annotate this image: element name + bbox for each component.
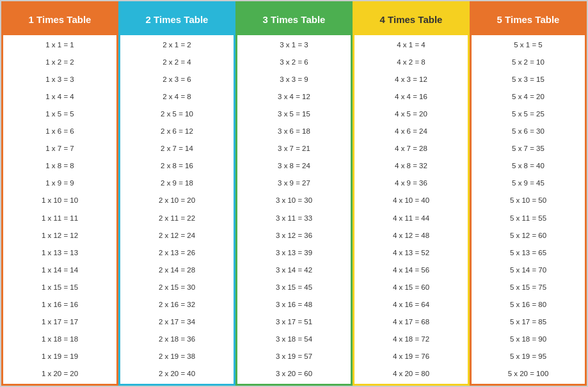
column-1: 1 Times Table1 x 1 = 11 x 2 = 21 x 3 = 3… [1, 1, 118, 386]
table-row: 4 x 7 = 28 [354, 144, 468, 154]
header-2: 2 Times Table [120, 3, 234, 35]
table-row: 5 x 8 = 40 [472, 161, 585, 171]
table-row: 1 x 6 = 6 [3, 127, 116, 136]
table-row: 5 x 4 = 20 [472, 92, 585, 102]
table-row: 5 x 11 = 55 [472, 214, 585, 223]
table-row: 4 x 18 = 72 [354, 335, 468, 344]
table-row: 5 x 19 = 95 [472, 352, 585, 361]
times-tables-container: 1 Times Table1 x 1 = 11 x 2 = 21 x 3 = 3… [0, 0, 588, 387]
table-row: 3 x 8 = 24 [237, 161, 351, 171]
table-row: 5 x 20 = 100 [472, 369, 585, 379]
table-row: 5 x 16 = 80 [472, 300, 585, 310]
table-row: 2 x 10 = 20 [120, 196, 234, 205]
table-row: 2 x 19 = 38 [120, 352, 234, 361]
table-row: 2 x 11 = 22 [120, 214, 234, 223]
table-row: 4 x 10 = 40 [354, 196, 468, 205]
table-body-1: 1 x 1 = 11 x 2 = 21 x 3 = 31 x 4 = 41 x … [3, 35, 116, 384]
table-row: 4 x 1 = 4 [354, 40, 468, 50]
table-row: 5 x 13 = 65 [472, 248, 585, 258]
header-3: 3 Times Table [237, 3, 351, 35]
table-row: 5 x 9 = 45 [472, 178, 585, 188]
table-row: 1 x 7 = 7 [3, 144, 116, 154]
table-row: 5 x 10 = 50 [472, 196, 585, 205]
table-row: 1 x 4 = 4 [3, 92, 116, 102]
table-row: 2 x 13 = 26 [120, 248, 234, 258]
table-row: 1 x 19 = 19 [3, 352, 116, 361]
table-row: 1 x 18 = 18 [3, 335, 116, 344]
table-row: 4 x 5 = 20 [354, 109, 468, 119]
table-row: 2 x 7 = 14 [120, 144, 234, 154]
table-row: 4 x 19 = 76 [354, 352, 468, 361]
table-row: 3 x 4 = 12 [237, 92, 351, 102]
table-row: 2 x 8 = 16 [120, 161, 234, 171]
table-row: 4 x 8 = 32 [354, 161, 468, 171]
table-row: 2 x 18 = 36 [120, 335, 234, 344]
header-5: 5 Times Table [472, 3, 585, 35]
table-body-5: 5 x 1 = 55 x 2 = 105 x 3 = 155 x 4 = 205… [472, 35, 585, 384]
table-row: 3 x 12 = 36 [237, 231, 351, 241]
table-row: 3 x 11 = 33 [237, 214, 351, 223]
table-row: 2 x 5 = 10 [120, 109, 234, 119]
table-row: 2 x 17 = 34 [120, 317, 234, 327]
table-row: 3 x 18 = 54 [237, 335, 351, 344]
table-row: 2 x 12 = 24 [120, 231, 234, 241]
table-row: 1 x 20 = 20 [3, 369, 116, 379]
table-row: 4 x 20 = 80 [354, 369, 468, 379]
table-row: 2 x 15 = 30 [120, 283, 234, 292]
table-body-2: 2 x 1 = 22 x 2 = 42 x 3 = 62 x 4 = 82 x … [120, 35, 234, 384]
table-row: 5 x 12 = 60 [472, 231, 585, 241]
table-row: 1 x 2 = 2 [3, 58, 116, 67]
table-row: 3 x 2 = 6 [237, 58, 351, 67]
table-row: 1 x 8 = 8 [3, 161, 116, 171]
table-row: 5 x 1 = 5 [472, 40, 585, 50]
table-row: 3 x 10 = 30 [237, 196, 351, 205]
table-row: 3 x 13 = 39 [237, 248, 351, 258]
table-row: 5 x 18 = 90 [472, 335, 585, 344]
table-row: 5 x 15 = 75 [472, 283, 585, 292]
table-row: 5 x 7 = 35 [472, 144, 585, 154]
table-row: 2 x 14 = 28 [120, 265, 234, 275]
table-row: 2 x 9 = 18 [120, 178, 234, 188]
table-row: 3 x 17 = 51 [237, 317, 351, 327]
table-row: 5 x 14 = 70 [472, 265, 585, 275]
table-row: 2 x 16 = 32 [120, 300, 234, 310]
column-5: 5 Times Table5 x 1 = 55 x 2 = 105 x 3 = … [470, 1, 587, 386]
table-row: 1 x 14 = 14 [3, 265, 116, 275]
table-row: 1 x 1 = 1 [3, 40, 116, 50]
table-row: 4 x 2 = 8 [354, 58, 468, 67]
column-4: 4 Times Table4 x 1 = 44 x 2 = 84 x 3 = 1… [353, 1, 470, 386]
table-row: 1 x 3 = 3 [3, 75, 116, 84]
table-row: 5 x 17 = 85 [472, 317, 585, 327]
table-row: 4 x 3 = 12 [354, 75, 468, 84]
table-body-3: 3 x 1 = 33 x 2 = 63 x 3 = 93 x 4 = 123 x… [237, 35, 351, 384]
table-row: 3 x 14 = 42 [237, 265, 351, 275]
table-row: 4 x 11 = 44 [354, 214, 468, 223]
table-row: 1 x 17 = 17 [3, 317, 116, 327]
table-row: 1 x 9 = 9 [3, 178, 116, 188]
column-2: 2 Times Table2 x 1 = 22 x 2 = 42 x 3 = 6… [118, 1, 235, 386]
table-row: 4 x 17 = 68 [354, 317, 468, 327]
table-row: 3 x 5 = 15 [237, 109, 351, 119]
table-row: 3 x 15 = 45 [237, 283, 351, 292]
table-row: 5 x 6 = 30 [472, 127, 585, 136]
table-row: 5 x 3 = 15 [472, 75, 585, 84]
table-row: 1 x 5 = 5 [3, 109, 116, 119]
table-row: 2 x 6 = 12 [120, 127, 234, 136]
table-row: 5 x 5 = 25 [472, 109, 585, 119]
table-row: 4 x 13 = 52 [354, 248, 468, 258]
table-row: 2 x 1 = 2 [120, 40, 234, 50]
table-row: 4 x 9 = 36 [354, 178, 468, 188]
table-body-4: 4 x 1 = 44 x 2 = 84 x 3 = 124 x 4 = 164 … [354, 35, 468, 384]
header-1: 1 Times Table [3, 3, 116, 35]
table-row: 3 x 16 = 48 [237, 300, 351, 310]
table-row: 3 x 3 = 9 [237, 75, 351, 84]
table-row: 2 x 4 = 8 [120, 92, 234, 102]
table-row: 1 x 13 = 13 [3, 248, 116, 258]
table-row: 4 x 12 = 48 [354, 231, 468, 241]
table-row: 2 x 2 = 4 [120, 58, 234, 67]
table-row: 3 x 6 = 18 [237, 127, 351, 136]
table-row: 3 x 19 = 57 [237, 352, 351, 361]
table-row: 5 x 2 = 10 [472, 58, 585, 67]
table-row: 4 x 4 = 16 [354, 92, 468, 102]
table-row: 2 x 20 = 40 [120, 369, 234, 379]
